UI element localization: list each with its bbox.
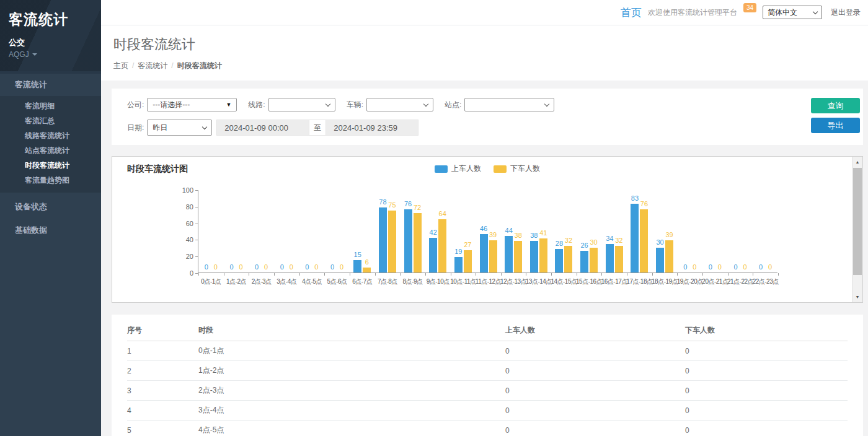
bar-alighting: [539, 238, 547, 272]
x-axis-tick: [551, 273, 552, 276]
bar-value-label: 34: [606, 235, 613, 242]
sidebar-item-passenger-stats[interactable]: 客流统计: [0, 71, 101, 96]
bar-value-label: 0: [683, 263, 687, 271]
vehicle-select[interactable]: [366, 98, 433, 111]
chart-panel: 时段车流统计图 上车人数 下车人数 020406080100000点-1点001…: [112, 156, 863, 303]
bar-value-label: 75: [388, 201, 396, 209]
org-label: 公交: [9, 37, 92, 48]
bar-boarding: [530, 241, 538, 272]
bar-value-label: 0: [340, 263, 343, 271]
bar-boarding: [555, 249, 563, 272]
breadcrumb-section[interactable]: 客流统计: [138, 61, 167, 70]
bar-value-label: 30: [590, 238, 597, 246]
content: 公司: ---请选择--- ▼ 线路: 车辆: 站点:: [101, 81, 868, 436]
notification-badge[interactable]: 34: [743, 3, 756, 12]
x-axis-category-label: 22点-23点: [753, 277, 779, 286]
scrollbar-up-arrow-icon[interactable]: ▲: [852, 157, 862, 167]
x-axis-tick: [299, 273, 300, 276]
x-axis-tick: [753, 273, 753, 276]
bar-value-label: 38: [530, 232, 538, 239]
legend-item-boarding[interactable]: 上车人数: [435, 164, 481, 174]
topbar: 首页 欢迎使用客流统计管理平台 34 简体中文 退出登录: [101, 0, 868, 25]
bar-value-label: 42: [430, 229, 437, 236]
company-select-value: ---请选择---: [153, 100, 190, 110]
x-axis-tick: [375, 273, 376, 276]
y-axis-tick: [195, 207, 198, 207]
y-axis-tick-label: 100: [174, 186, 193, 194]
x-axis-tick: [400, 273, 401, 276]
breadcrumb-home[interactable]: 主页: [113, 61, 128, 70]
user-dropdown[interactable]: AQGJ: [9, 50, 92, 59]
bar-value-label: 0: [264, 263, 268, 271]
bar-value-label: 0: [239, 263, 242, 271]
legend-label: 下车人数: [510, 164, 540, 174]
sidebar-subitem[interactable]: 客流汇总: [0, 113, 101, 128]
sidebar-item[interactable]: 基础数据: [0, 219, 101, 242]
sidebar-brand: 客流统计 公交 AQGJ: [0, 0, 101, 71]
sidebar-subitem[interactable]: 时段客流统计: [0, 158, 101, 173]
chevron-down-icon: [325, 101, 330, 106]
legend-item-alighting[interactable]: 下车人数: [494, 164, 540, 174]
user-name: AQGJ: [9, 50, 29, 59]
bar-boarding: [454, 257, 463, 272]
sidebar-submenu: 客流明细客流汇总线路客流统计站点客流统计时段客流统计客流量趋势图: [0, 96, 101, 193]
language-select[interactable]: 简体中文: [763, 6, 822, 19]
x-axis-category-label: 6点-7点: [352, 277, 372, 286]
scrollbar-down-arrow-icon[interactable]: ▼: [852, 292, 862, 302]
bar-alighting: [489, 240, 497, 272]
table-cell: 4点-5点: [198, 421, 505, 436]
search-button[interactable]: 查询: [811, 98, 860, 113]
bar-value-label: 0: [743, 263, 746, 271]
date-to-input[interactable]: 2024-01-09 23:59: [326, 120, 418, 136]
date-from-input[interactable]: 2024-01-09 00:00: [216, 120, 309, 136]
bar-value-label: 0: [314, 263, 318, 271]
x-axis-category-label: 14点-15点: [551, 277, 577, 286]
x-axis-tick: [425, 273, 426, 276]
x-axis-category-label: 12点-13点: [500, 277, 526, 286]
date-range-to-label: 至: [309, 120, 326, 136]
logout-link[interactable]: 退出登录: [831, 7, 861, 18]
y-axis-tick: [195, 224, 198, 224]
bar-value-label: 64: [439, 210, 446, 217]
home-link[interactable]: 首页: [621, 6, 642, 20]
date-label: 日期:: [127, 123, 144, 133]
sidebar-subitem[interactable]: 客流明细: [0, 98, 101, 113]
bar-alighting: [665, 240, 673, 272]
x-axis-category-label: 1点-2点: [226, 277, 246, 286]
chart-scrollbar[interactable]: ▲ ▼: [852, 157, 862, 302]
table-row: 54点-5点00: [127, 421, 848, 436]
bar-value-label: 32: [615, 237, 622, 244]
page-heading: 时段客流统计 主页/客流统计/时段客流统计: [101, 25, 868, 81]
bar-value-label: 0: [280, 263, 284, 271]
table-cell: 0: [505, 341, 685, 361]
line-select[interactable]: [268, 98, 335, 111]
bar-boarding: [429, 238, 437, 272]
breadcrumb-current: 时段客流统计: [177, 61, 222, 70]
sidebar-subitem[interactable]: 线路客流统计: [0, 128, 101, 143]
sidebar: 客流统计 公交 AQGJ 客流统计 客流明细客流汇总线路客流统计站点客流统计时段…: [0, 0, 101, 436]
bar-value-label: 44: [505, 227, 513, 234]
x-axis-category-label: 5点-6点: [327, 277, 347, 286]
table-cell: 3点-4点: [198, 401, 505, 421]
x-axis-category-label: 9点-10点: [427, 277, 450, 286]
x-axis-category-label: 10点-11点: [450, 277, 476, 286]
sidebar-subitem[interactable]: 站点客流统计: [0, 143, 101, 158]
x-axis-tick: [728, 273, 728, 276]
table-cell: 2点-3点: [198, 381, 505, 401]
x-axis-tick: [274, 273, 275, 276]
bar-value-label: 41: [539, 229, 547, 237]
company-select[interactable]: ---请选择--- ▼: [147, 98, 237, 111]
bar-alighting: [615, 246, 623, 272]
x-axis-tick: [451, 273, 451, 276]
table-cell: 0: [685, 361, 848, 381]
chevron-down-icon: [423, 101, 428, 106]
sidebar-subitem[interactable]: 客流量趋势图: [0, 173, 101, 188]
date-preset-select[interactable]: 昨日: [147, 120, 212, 136]
y-axis-tick-label: 40: [174, 236, 193, 243]
export-button[interactable]: 导出: [811, 118, 860, 133]
sidebar-item[interactable]: 设备状态: [0, 195, 101, 219]
x-axis-tick: [778, 273, 779, 276]
scrollbar-thumb[interactable]: [853, 168, 862, 275]
filter-row-2: 日期: 昨日 2024-01-09 00:00 至 2024-01-09 23:…: [127, 120, 789, 136]
station-select[interactable]: [464, 98, 554, 111]
